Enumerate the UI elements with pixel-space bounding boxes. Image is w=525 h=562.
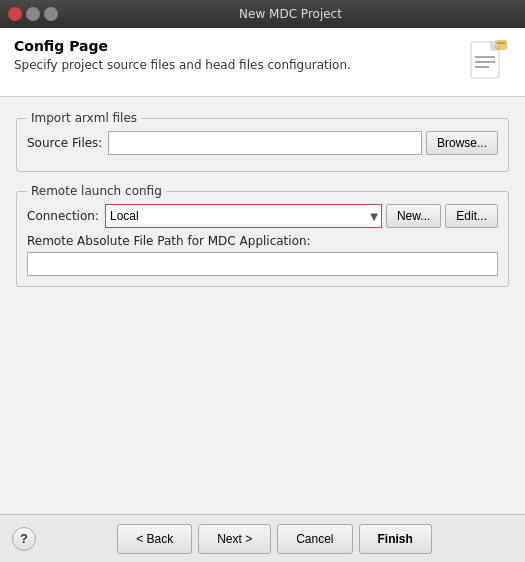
file-path-label: Remote Absolute File Path for MDC Applic… [27, 234, 498, 248]
cancel-button[interactable]: Cancel [277, 524, 352, 554]
next-button[interactable]: Next > [198, 524, 271, 554]
svg-rect-4 [475, 66, 489, 68]
svg-rect-2 [475, 56, 495, 58]
footer: ? < Back Next > Cancel Finish [0, 514, 525, 562]
import-section: Import arxml files Source Files: Browse.… [16, 111, 509, 172]
footer-buttons: < Back Next > Cancel Finish [36, 524, 513, 554]
finish-button[interactable]: Finish [359, 524, 432, 554]
remote-section: Remote launch config Connection: Local ▼… [16, 184, 509, 287]
browse-button[interactable]: Browse... [426, 131, 498, 155]
connection-row: Connection: Local ▼ New... Edit... [27, 204, 498, 228]
footer-left: ? [12, 527, 36, 551]
svg-rect-5 [495, 40, 507, 50]
connection-select-wrapper[interactable]: Local ▼ [105, 204, 382, 228]
remote-section-legend: Remote launch config [27, 184, 166, 198]
source-files-input[interactable] [108, 131, 422, 155]
help-button[interactable]: ? [12, 527, 36, 551]
window-title: New MDC Project [64, 7, 517, 21]
close-button[interactable] [8, 7, 22, 21]
source-files-row: Source Files: Browse... [27, 131, 498, 155]
header-icon [463, 38, 511, 86]
maximize-button[interactable] [44, 7, 58, 21]
back-button[interactable]: < Back [117, 524, 192, 554]
page-description: Specify project source files and head fi… [14, 58, 351, 72]
header-area: Config Page Specify project source files… [0, 28, 525, 97]
import-section-legend: Import arxml files [27, 111, 141, 125]
window-controls[interactable] [8, 7, 58, 21]
source-files-label: Source Files: [27, 136, 102, 150]
connection-label: Connection: [27, 209, 99, 223]
title-bar: New MDC Project [0, 0, 525, 28]
header-text: Config Page Specify project source files… [14, 38, 351, 72]
new-button[interactable]: New... [386, 204, 441, 228]
page-title: Config Page [14, 38, 351, 54]
content-area: Import arxml files Source Files: Browse.… [0, 97, 525, 514]
svg-rect-3 [475, 61, 495, 63]
window-body: Config Page Specify project source files… [0, 28, 525, 562]
minimize-button[interactable] [26, 7, 40, 21]
file-path-section: Remote Absolute File Path for MDC Applic… [27, 234, 498, 276]
edit-button[interactable]: Edit... [445, 204, 498, 228]
svg-rect-6 [497, 42, 505, 44]
connection-select[interactable]: Local [105, 204, 382, 228]
file-path-input[interactable] [27, 252, 498, 276]
